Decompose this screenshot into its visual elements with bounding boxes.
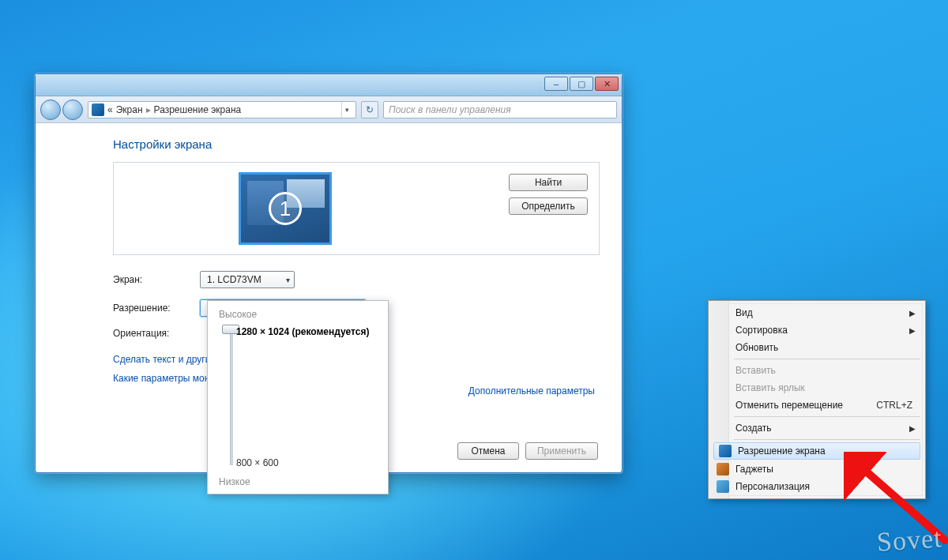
orientation-label: Ориентация: xyxy=(113,328,200,339)
slider-mark-low: 800 × 600 xyxy=(236,457,279,468)
ctx-sort[interactable]: Сортировка▶ xyxy=(712,321,922,339)
ctx-view[interactable]: Вид▶ xyxy=(712,304,922,321)
identify-button[interactable]: Определить xyxy=(509,197,588,215)
text-size-link[interactable]: Сделать текст и другие xyxy=(113,350,216,369)
ctx-undo-move[interactable]: Отменить перемещение CTRL+Z xyxy=(712,397,922,414)
apply-button[interactable]: Применить xyxy=(525,442,598,460)
monitor-icon xyxy=(719,445,732,457)
desktop-context-menu: Вид▶ Сортировка▶ Обновить Вставить Встав… xyxy=(708,300,926,499)
find-button[interactable]: Найти xyxy=(509,174,588,191)
monitor-params-link[interactable]: Какие параметры мон xyxy=(113,369,209,388)
ctx-undo-shortcut: CTRL+Z xyxy=(876,400,912,411)
control-panel-icon xyxy=(92,103,104,116)
maximize-button[interactable]: ▢ xyxy=(570,77,593,91)
screen-dropdown[interactable]: 1. LCD73VM xyxy=(200,271,295,288)
resolution-slider-popup: Высокое 1280 × 1024 (рекомендуется) 800 … xyxy=(207,300,389,494)
forward-button[interactable] xyxy=(62,100,83,120)
screen-label: Экран: xyxy=(113,274,200,285)
slider-mark-recommended: 1280 × 1024 (рекомендуется) xyxy=(236,326,369,337)
advanced-settings-link[interactable]: Дополнительные параметры xyxy=(468,385,595,397)
slider-low-label: Низкое xyxy=(219,476,250,487)
slider-high-label: Высокое xyxy=(219,309,378,320)
minimize-button[interactable]: – xyxy=(544,77,568,91)
resolution-label: Разрешение: xyxy=(113,303,200,314)
cancel-button[interactable]: Отмена xyxy=(457,442,519,460)
search-input[interactable]: Поиск в панели управления xyxy=(383,101,617,118)
breadcrumb-page[interactable]: Разрешение экрана xyxy=(154,104,242,115)
ctx-screen-resolution[interactable]: Разрешение экрана xyxy=(713,442,920,460)
slider-track[interactable] xyxy=(230,328,233,465)
monitor-preview[interactable]: 1 xyxy=(239,172,332,245)
refresh-button[interactable]: ↻ xyxy=(361,101,378,118)
breadcrumb-dropdown[interactable]: ▾ xyxy=(341,102,352,118)
ctx-gadgets[interactable]: Гаджеты xyxy=(712,460,922,478)
breadcrumb[interactable]: « Экран ▸ Разрешение экрана ▾ xyxy=(88,101,356,118)
titlebar[interactable]: – ▢ ✕ xyxy=(36,74,622,96)
ctx-create[interactable]: Создать▶ xyxy=(712,419,922,437)
breadcrumb-root[interactable]: Экран xyxy=(116,104,143,115)
search-placeholder: Поиск в панели управления xyxy=(389,104,511,115)
ctx-personalize[interactable]: Персонализация xyxy=(712,478,922,495)
ctx-paste-shortcut: Вставить ярлык xyxy=(712,379,922,397)
gadgets-icon xyxy=(717,463,729,475)
monitor-number: 1 xyxy=(269,192,302,225)
ctx-paste: Вставить xyxy=(712,362,922,379)
ctx-refresh[interactable]: Обновить xyxy=(712,339,922,356)
page-title: Настройки экрана xyxy=(113,137,600,151)
address-bar: « Экран ▸ Разрешение экрана ▾ ↻ Поиск в … xyxy=(36,96,622,123)
watermark: Sovet xyxy=(875,523,942,558)
back-button[interactable] xyxy=(40,100,61,120)
personalize-icon xyxy=(717,480,729,493)
close-button[interactable]: ✕ xyxy=(595,77,619,91)
monitor-preview-area: 1 Найти Определить xyxy=(113,162,600,255)
